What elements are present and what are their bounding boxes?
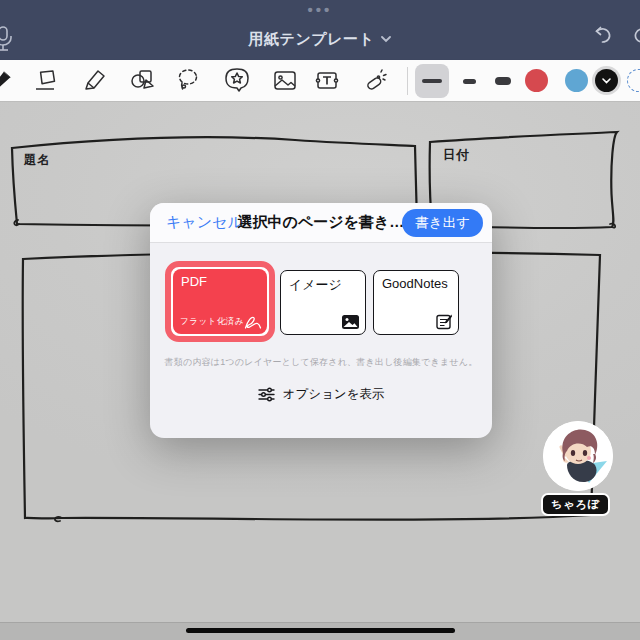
export-button[interactable]: 書き出す [402, 209, 483, 237]
chevron-down-icon [602, 78, 611, 84]
image-icon [341, 314, 360, 330]
color-swatch-red[interactable] [525, 69, 548, 92]
undo-icon[interactable] [592, 26, 614, 46]
show-options-label: オプションを表示 [283, 386, 385, 403]
stroke-preset-bold-short[interactable] [486, 64, 520, 98]
stroke-preset-medium[interactable] [452, 64, 486, 98]
image-tool[interactable] [271, 67, 299, 95]
highlighter-tool[interactable] [81, 67, 109, 95]
tool-ribbon [0, 60, 640, 102]
avatar [543, 421, 613, 491]
shapes-tool[interactable] [129, 67, 157, 95]
document-title-dropdown[interactable]: 用紙テンプレート [0, 30, 640, 49]
chevron-down-icon [381, 36, 391, 43]
title-field-label: 題名 [24, 152, 51, 169]
redo-icon[interactable] [631, 26, 640, 46]
cancel-button[interactable]: キャンセル [166, 213, 243, 232]
export-dialog: キャンセル 選択中のページを書き… 書き出す PDF フラット化済み イメージ [150, 203, 492, 438]
export-note: 書類の内容は1つのレイヤーとして保存され、書き出し後編集できません。 [150, 356, 492, 369]
format-card-goodnotes[interactable]: GoodNotes [373, 270, 459, 335]
add-color-button[interactable] [627, 69, 640, 92]
home-indicator[interactable] [186, 628, 455, 633]
sticker-tool[interactable] [223, 67, 251, 95]
format-card-image[interactable]: イメージ [280, 270, 366, 335]
color-swatch-blue[interactable] [565, 69, 588, 92]
format-label: イメージ [289, 276, 342, 294]
text-tool[interactable] [313, 67, 341, 95]
watermark-name-badge: ちゃろぼ [541, 493, 610, 516]
toolbar-divider [407, 67, 408, 95]
app-screen: ••• 用紙テンプレート [0, 0, 640, 640]
overflow-dots-icon[interactable]: ••• [0, 1, 640, 18]
adobe-pdf-icon [244, 315, 262, 330]
goodnotes-compose-icon [436, 313, 453, 330]
pen-tool[interactable] [0, 67, 16, 95]
format-label: PDF [181, 274, 207, 289]
show-options-toggle[interactable]: オプションを表示 [150, 386, 492, 403]
export-dialog-title: 選択中のページを書き… [236, 213, 406, 232]
lasso-tool[interactable] [174, 67, 202, 95]
format-card-pdf[interactable]: PDF フラット化済み [173, 269, 267, 334]
top-navigation-bar: ••• 用紙テンプレート [0, 0, 640, 60]
flattened-badge: フラット化済み [180, 316, 244, 328]
page-title: 用紙テンプレート [249, 30, 375, 49]
eraser-tool[interactable] [31, 67, 59, 95]
format-label: GoodNotes [382, 276, 448, 291]
color-swatch-black-selected[interactable] [595, 69, 618, 92]
laser-pointer-tool[interactable] [361, 67, 389, 95]
export-dialog-header: キャンセル 選択中のページを書き… 書き出す [150, 203, 492, 243]
sliders-icon [258, 387, 275, 402]
format-card-pdf-selected[interactable]: PDF フラット化済み [165, 261, 275, 342]
date-field-label: 日付 [443, 147, 470, 164]
stroke-preset-thick-long[interactable] [415, 64, 449, 98]
